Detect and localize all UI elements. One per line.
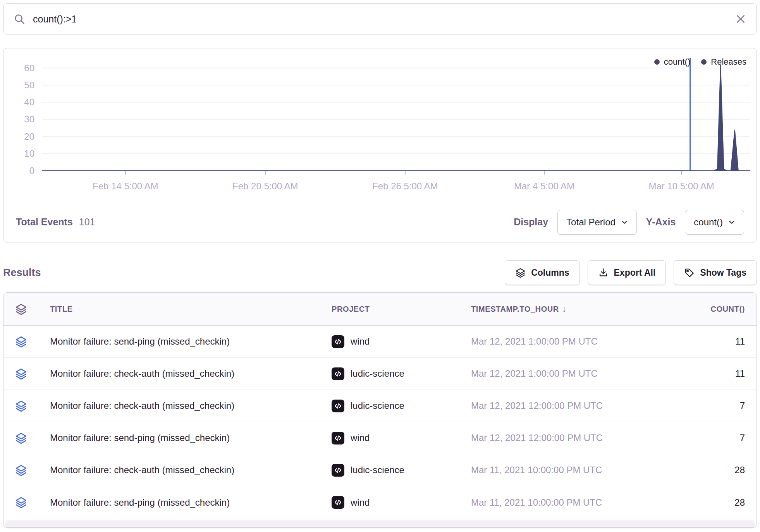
sort-desc-icon: ↓ bbox=[562, 304, 567, 314]
code-platform-icon bbox=[332, 496, 344, 509]
project-name: ludic-science bbox=[351, 368, 404, 379]
display-dropdown-value: Total Period bbox=[566, 217, 616, 228]
svg-text:Mar 4 5:00 AM: Mar 4 5:00 AM bbox=[514, 181, 574, 191]
layers-icon bbox=[15, 303, 50, 315]
legend-dot-icon bbox=[654, 59, 660, 65]
project-cell[interactable]: wind bbox=[332, 496, 471, 509]
project-cell[interactable]: ludic-science bbox=[332, 367, 471, 380]
project-cell[interactable]: wind bbox=[332, 335, 471, 348]
button-label: Show Tags bbox=[700, 268, 746, 278]
event-title[interactable]: Monitor failure: check-auth (missed_chec… bbox=[50, 400, 332, 411]
row-select-cell[interactable] bbox=[15, 432, 50, 444]
button-label: Columns bbox=[531, 268, 569, 278]
svg-text:Mar 10 5:00 AM: Mar 10 5:00 AM bbox=[648, 181, 714, 191]
legend-item-releases[interactable]: Releases bbox=[701, 57, 746, 67]
svg-text:Feb 14 5:00 AM: Feb 14 5:00 AM bbox=[93, 181, 158, 191]
events-chart[interactable]: 0102030405060Feb 14 5:00 AMFeb 20 5:00 A… bbox=[3, 55, 756, 202]
event-title[interactable]: Monitor failure: check-auth (missed_chec… bbox=[50, 368, 332, 379]
event-title[interactable]: Monitor failure: send-ping (missed_check… bbox=[50, 497, 332, 508]
table-row[interactable]: Monitor failure: check-auth (missed_chec… bbox=[3, 390, 757, 422]
row-select-cell[interactable] bbox=[15, 496, 50, 508]
legend-item-count[interactable]: count() bbox=[654, 57, 690, 67]
table-row[interactable]: Monitor failure: check-auth (missed_chec… bbox=[3, 358, 757, 390]
export-all-button[interactable]: Export All bbox=[588, 260, 666, 285]
show-tags-button[interactable]: Show Tags bbox=[674, 260, 757, 285]
column-label: TIMESTAMP.TO_HOUR bbox=[471, 305, 559, 313]
project-cell[interactable]: ludic-science bbox=[332, 400, 471, 412]
search-bar[interactable]: count():>1 bbox=[3, 3, 757, 34]
chart-panel-footer: Total Events 101 Display Total Period Y-… bbox=[3, 202, 757, 242]
results-header: Results Columns Export All Show Tags bbox=[3, 260, 757, 285]
count-cell: 11 bbox=[659, 336, 745, 347]
table-row[interactable]: Monitor failure: send-ping (missed_check… bbox=[3, 326, 757, 358]
search-input[interactable]: count():>1 bbox=[33, 14, 77, 25]
count-cell: 11 bbox=[659, 368, 745, 379]
events-chart-panel: count() Releases 0102030405060Feb 14 5:0… bbox=[3, 48, 757, 242]
table-row[interactable]: Monitor failure: check-auth (missed_chec… bbox=[3, 454, 757, 486]
timestamp-cell: Mar 12, 2021 1:00:00 PM UTC bbox=[471, 368, 659, 379]
yaxis-dropdown[interactable]: count() bbox=[685, 210, 744, 235]
project-cell[interactable]: ludic-science bbox=[332, 464, 471, 477]
row-select-cell[interactable] bbox=[15, 400, 50, 412]
event-title[interactable]: Monitor failure: send-ping (missed_check… bbox=[50, 432, 332, 443]
svg-text:20: 20 bbox=[24, 131, 34, 142]
count-cell: 28 bbox=[659, 497, 745, 508]
layers-icon bbox=[15, 368, 50, 380]
event-title[interactable]: Monitor failure: send-ping (missed_check… bbox=[50, 336, 332, 347]
chevron-down-icon bbox=[728, 219, 735, 226]
svg-text:0: 0 bbox=[29, 165, 34, 176]
tag-icon bbox=[684, 268, 695, 278]
project-name: wind bbox=[351, 497, 370, 508]
total-events-value: 101 bbox=[79, 216, 95, 228]
table-body: Monitor failure: send-ping (missed_check… bbox=[3, 326, 757, 518]
svg-text:10: 10 bbox=[24, 148, 34, 159]
legend-label: count() bbox=[664, 57, 690, 67]
project-name: wind bbox=[351, 336, 370, 347]
project-name: wind bbox=[351, 432, 370, 443]
discover-page: count():>1 count() Releases 010203040506… bbox=[0, 0, 760, 532]
display-dropdown[interactable]: Total Period bbox=[557, 210, 637, 235]
legend-label: Releases bbox=[711, 57, 746, 67]
timestamp-cell: Mar 12, 2021 12:00:00 PM UTC bbox=[471, 400, 659, 411]
layers-icon bbox=[15, 400, 50, 412]
download-icon bbox=[598, 268, 609, 278]
count-cell: 7 bbox=[659, 432, 745, 443]
select-column-header[interactable] bbox=[15, 303, 50, 315]
timestamp-cell: Mar 11, 2021 10:00:00 PM UTC bbox=[471, 465, 659, 475]
timestamp-cell: Mar 11, 2021 10:00:00 PM UTC bbox=[471, 497, 659, 508]
results-actions: Columns Export All Show Tags bbox=[505, 260, 757, 285]
svg-text:40: 40 bbox=[24, 97, 34, 107]
event-title[interactable]: Monitor failure: check-auth (missed_chec… bbox=[50, 465, 332, 475]
button-label: Export All bbox=[614, 268, 656, 278]
total-events-label: Total Events bbox=[16, 216, 73, 228]
column-header-count[interactable]: COUNT() bbox=[659, 305, 745, 314]
layers-icon bbox=[15, 336, 50, 348]
close-icon[interactable] bbox=[735, 13, 746, 25]
row-select-cell[interactable] bbox=[15, 336, 50, 348]
timestamp-cell: Mar 12, 2021 12:00:00 PM UTC bbox=[471, 432, 659, 443]
columns-button[interactable]: Columns bbox=[505, 260, 579, 285]
chart-controls: Display Total Period Y-Axis count() bbox=[514, 210, 744, 235]
yaxis-dropdown-value: count() bbox=[694, 217, 723, 228]
project-cell[interactable]: wind bbox=[332, 432, 471, 444]
table-footer bbox=[5, 520, 755, 528]
display-label: Display bbox=[514, 216, 548, 228]
chart-legend: count() Releases bbox=[654, 57, 746, 67]
row-select-cell[interactable] bbox=[15, 368, 50, 380]
column-header-title[interactable]: TITLE bbox=[50, 305, 332, 314]
legend-dot-icon bbox=[701, 59, 707, 65]
svg-text:Feb 26 5:00 AM: Feb 26 5:00 AM bbox=[372, 181, 438, 191]
code-platform-icon bbox=[332, 432, 344, 444]
layers-icon bbox=[15, 464, 50, 476]
svg-text:50: 50 bbox=[24, 80, 34, 90]
code-platform-icon bbox=[332, 464, 344, 477]
row-select-cell[interactable] bbox=[15, 464, 50, 476]
column-header-timestamp[interactable]: TIMESTAMP.TO_HOUR↓ bbox=[471, 304, 659, 314]
column-header-project[interactable]: PROJECT bbox=[332, 305, 471, 314]
svg-text:60: 60 bbox=[24, 63, 34, 73]
table-row[interactable]: Monitor failure: send-ping (missed_check… bbox=[3, 486, 757, 518]
code-platform-icon bbox=[332, 335, 344, 348]
chevron-down-icon bbox=[621, 219, 628, 226]
table-row[interactable]: Monitor failure: send-ping (missed_check… bbox=[3, 422, 757, 454]
svg-text:Feb 20 5:00 AM: Feb 20 5:00 AM bbox=[232, 181, 298, 191]
